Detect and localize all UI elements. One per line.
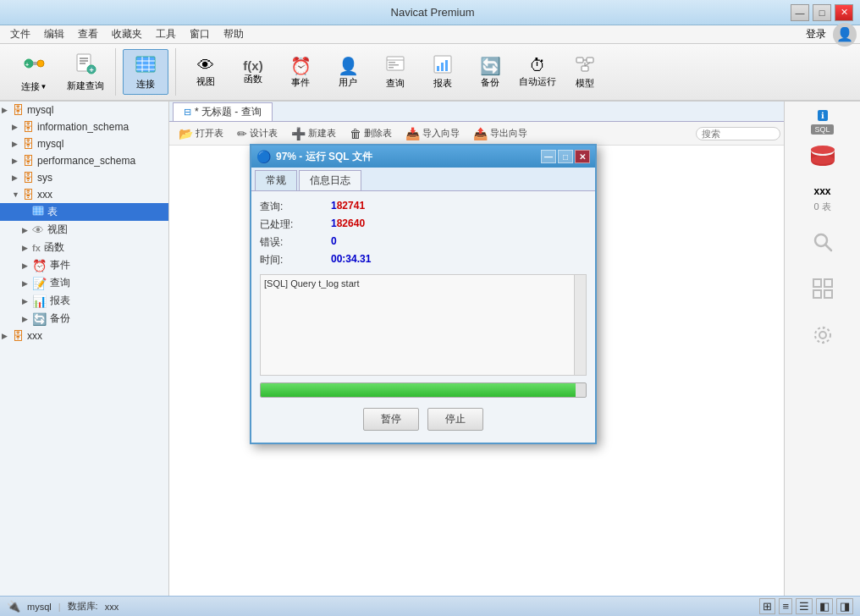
sidebar-label: information_schema (37, 121, 129, 133)
menu-window[interactable]: 窗口 (183, 25, 217, 43)
dialog-tab-general[interactable]: 常规 (255, 170, 297, 190)
sidebar-item-view[interactable]: ▶ 👁 视图 (0, 221, 168, 239)
event-label: 事件 (291, 76, 310, 89)
backup-button[interactable]: 🔄 备份 (467, 49, 513, 95)
dialog-maximize-btn[interactable]: □ (558, 150, 573, 163)
query-label: 查询: (260, 200, 328, 214)
report-button[interactable]: 报表 (420, 49, 466, 95)
function-button[interactable]: f(x) 函数 (230, 49, 276, 95)
pause-button[interactable]: 暂停 (363, 408, 419, 431)
dialog-minimize-btn[interactable]: — (541, 150, 556, 163)
maximize-btn[interactable]: □ (813, 4, 831, 21)
log-text: [SQL] Query t_log start (264, 278, 582, 289)
menu-view[interactable]: 查看 (71, 25, 105, 43)
import-btn[interactable]: 📥 导入向导 (400, 124, 466, 143)
svg-rect-19 (389, 64, 399, 66)
user-button[interactable]: 👤 用户 (325, 49, 371, 95)
export-btn[interactable]: 📤 导出向导 (467, 124, 533, 143)
login-btn[interactable]: 登录 (806, 27, 833, 41)
window-title: Navicat Premium (74, 6, 791, 19)
function-icon: f(x) (243, 58, 262, 73)
dialog-log: [SQL] Query t_log start (260, 274, 587, 376)
delete-table-btn[interactable]: 🗑 删除表 (344, 124, 398, 143)
arrow-icon: ▶ (22, 244, 32, 252)
arrow-icon: ▶ (12, 157, 22, 165)
view-button[interactable]: 👁 视图 (183, 49, 229, 95)
status-icon-grid[interactable]: ⊞ (759, 598, 775, 614)
sidebar-item-report[interactable]: ▶ 📊 报表 (0, 292, 168, 310)
sidebar-item-sys[interactable]: ▶ 🗄 sys (0, 169, 168, 186)
connect-group: + 连接 ▼ + 新建查询 (7, 48, 116, 96)
design-table-btn[interactable]: ✏ 设计表 (231, 124, 284, 143)
user-avatar[interactable]: 👤 (833, 23, 857, 47)
open-table-btn[interactable]: 📂 打开表 (173, 124, 229, 143)
db-icon: 🗄 (12, 103, 24, 117)
table-button[interactable]: 连接 (123, 49, 168, 95)
arrow-icon: ▶ (12, 123, 22, 131)
status-icon-detail[interactable]: ☰ (796, 598, 813, 614)
connect-icon: + (22, 52, 46, 80)
connect-button[interactable]: + 连接 ▼ (7, 49, 61, 95)
db-icon: 🗄 (22, 154, 34, 168)
user-label: 用户 (339, 76, 357, 89)
model-button[interactable]: 模型 (562, 49, 608, 95)
auto-run-button[interactable]: ⏱ 自动运行 (515, 49, 560, 95)
sidebar-label: sys (37, 172, 52, 184)
menu-tools[interactable]: 工具 (149, 25, 183, 43)
event-button[interactable]: ⏰ 事件 (278, 49, 323, 95)
window-controls[interactable]: — □ ✕ (791, 4, 853, 21)
status-connect-icon: 🔌 (7, 600, 20, 613)
sidebar-item-query[interactable]: ▶ 📝 查询 (0, 274, 168, 292)
search-input[interactable] (696, 127, 780, 140)
dialog-tab-log[interactable]: 信息日志 (299, 170, 361, 190)
menu-favorites[interactable]: 收藏夹 (105, 25, 149, 43)
grid-right-icon[interactable] (811, 277, 835, 306)
query-label: 查询 (386, 77, 405, 90)
sidebar-label: 备份 (50, 311, 70, 326)
sidebar-label: mysql (27, 104, 53, 116)
status-icon-list[interactable]: ≡ (779, 598, 792, 614)
sidebar-item-mysql[interactable]: ▶ 🗄 mysql (0, 135, 168, 152)
menu-file[interactable]: 文件 (3, 25, 37, 43)
query-icon (385, 54, 405, 77)
sidebar-item-func[interactable]: ▶ fx 函数 (0, 239, 168, 256)
dialog-title: 97% - 运行 SQL 文件 (276, 150, 539, 164)
new-query-button[interactable]: + 新建查询 (63, 49, 108, 95)
query-tab[interactable]: ⊟ * 无标题 - 查询 (173, 102, 273, 121)
dialog-close-btn[interactable]: ✕ (575, 150, 590, 163)
new-table-btn[interactable]: ➕ 新建表 (285, 124, 342, 143)
new-query-label: 新建查询 (67, 80, 104, 92)
sidebar-item-xxx2[interactable]: ▶ 🗄 xxx (0, 327, 168, 344)
menu-edit[interactable]: 编辑 (37, 25, 71, 43)
gear-right-icon[interactable] (811, 323, 835, 353)
sidebar-item-xxx[interactable]: ▼ 🗄 xxx (0, 186, 168, 203)
svg-rect-23 (441, 63, 444, 71)
status-icon-left[interactable]: ◧ (816, 598, 833, 614)
sidebar-item-table[interactable]: 表 (0, 203, 168, 221)
processed-label: 已处理: (260, 217, 328, 232)
stop-button[interactable]: 停止 (427, 408, 483, 431)
svg-point-2 (37, 60, 44, 67)
minimize-btn[interactable]: — (791, 4, 809, 21)
query-button[interactable]: 查询 (372, 49, 418, 95)
sidebar: ▶ 🗄 mysql ▶ 🗄 information_schema ▶ 🗄 mys… (0, 102, 169, 596)
status-sep: | (58, 602, 61, 612)
status-icon-right[interactable]: ◨ (836, 598, 853, 614)
svg-point-37 (811, 156, 835, 164)
sidebar-label: mysql (37, 138, 63, 150)
db-icon: 🗄 (22, 137, 34, 151)
log-scrollbar[interactable] (574, 275, 586, 375)
sidebar-item-performance-schema[interactable]: ▶ 🗄 performance_schema (0, 152, 168, 169)
model-label: 模型 (576, 77, 594, 90)
processed-value: 182640 (331, 217, 587, 232)
search-right-icon[interactable] (811, 230, 835, 260)
menu-help[interactable]: 帮助 (217, 25, 251, 43)
svg-line-39 (825, 245, 831, 250)
close-btn[interactable]: ✕ (835, 4, 853, 21)
db-icon: 🗄 (22, 171, 34, 184)
sidebar-item-information-schema[interactable]: ▶ 🗄 information_schema (0, 118, 168, 135)
status-db-name: xxx (105, 602, 119, 612)
sidebar-item-backup[interactable]: ▶ 🔄 备份 (0, 310, 168, 327)
sidebar-item-mysql-root[interactable]: ▶ 🗄 mysql (0, 102, 168, 118)
sidebar-item-event[interactable]: ▶ ⏰ 事件 (0, 256, 168, 274)
